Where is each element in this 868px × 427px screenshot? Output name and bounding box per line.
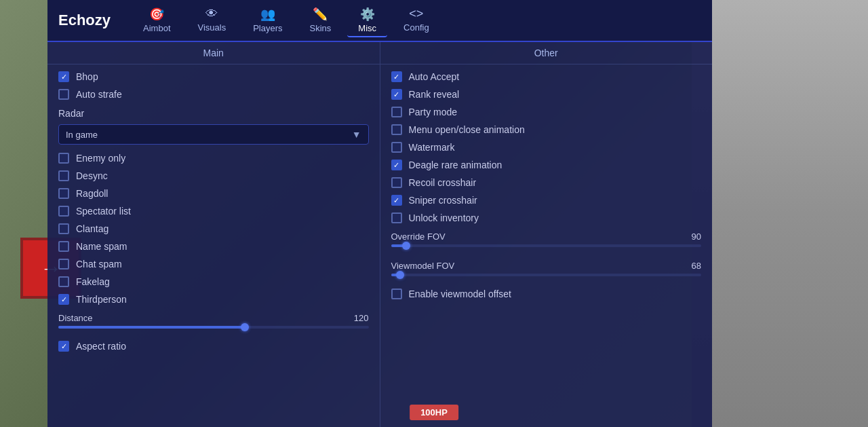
item-sniper-crosshair[interactable]: Sniper crosshair [391,193,702,207]
checkbox-deagle-animation[interactable] [391,160,402,170]
viewmodel-fov-track[interactable] [391,274,702,276]
checkbox-rank-reveal[interactable] [391,89,402,100]
visuals-icon: 👁 [205,7,218,21]
checkbox-chat-spam[interactable] [58,259,69,270]
checkbox-ragdoll[interactable] [58,188,69,199]
item-enemy-only[interactable]: Enemy only [58,151,369,165]
section-other-body: Auto Accept Rank reveal Party mode Menu … [380,64,713,427]
item-clantag[interactable]: Clantag [58,222,369,236]
header: Echozy 🎯 Aimbot 👁 Visuals 👥 Players ✏️ S… [47,0,712,42]
checkbox-party-mode[interactable] [391,107,402,117]
item-ragdoll[interactable]: Ragdoll [58,187,369,200]
viewmodel-fov-section: Viewmodel FOV 68 [391,261,702,283]
item-chat-spam[interactable]: Chat spam [58,257,369,271]
item-auto-accept[interactable]: Auto Accept [391,70,702,83]
item-watermark[interactable]: Watermark [391,141,702,154]
radar-label: Radar [58,107,369,120]
distance-slider-thumb[interactable] [241,323,249,331]
hp-bar: 100HP [410,405,458,420]
item-spectator-list[interactable]: Spectator list [58,204,369,218]
override-fov-thumb[interactable] [402,242,410,250]
checkbox-enable-viewmodel[interactable] [391,289,402,299]
viewmodel-fov-header: Viewmodel FOV 68 [391,261,702,271]
item-deagle-animation[interactable]: Deagle rare animation [391,158,702,172]
config-icon: <> [409,7,423,21]
tab-visuals[interactable]: 👁 Visuals [187,4,237,37]
override-fov-header: Override FOV 90 [391,231,702,242]
section-main-header: Main [47,42,380,64]
tab-skins[interactable]: ✏️ Skins [299,4,342,37]
radar-dropdown[interactable]: In game ▼ [58,124,369,145]
section-main-body: Bhop Auto strafe Radar In game ▼ Enemy o… [47,64,380,427]
section-other-header: Other [380,42,713,64]
checkbox-bhop[interactable] [58,71,69,82]
dropdown-arrow-icon: ▼ [352,129,361,140]
distance-slider-fill [58,326,245,329]
checkbox-enemy-only[interactable] [58,153,69,164]
aimbot-icon: 🎯 [149,7,164,22]
checkbox-auto-strafe[interactable] [58,89,69,100]
item-unlock-inventory[interactable]: Unlock inventory [391,211,702,225]
checkbox-auto-accept[interactable] [391,71,402,82]
checkbox-desync[interactable] [58,170,69,181]
content-area: Main Bhop Auto strafe Radar In game ▼ [47,42,712,427]
viewmodel-fov-thumb[interactable] [396,271,404,279]
main-panel: Echozy 🎯 Aimbot 👁 Visuals 👥 Players ✏️ S… [47,0,712,427]
override-fov-track[interactable] [391,244,702,247]
distance-slider-section: Distance 120 [58,313,369,335]
item-menu-animation[interactable]: Menu open/close animation [391,123,702,136]
item-enable-viewmodel[interactable]: Enable viewmodel offset [391,287,702,301]
tab-misc[interactable]: ⚙️ Misc [347,4,387,37]
misc-icon: ⚙️ [360,7,375,22]
item-thirdperson[interactable]: Thirdperson [58,293,369,306]
checkbox-sniper-crosshair[interactable] [391,195,402,206]
logo: Echozy [58,12,111,29]
tab-players[interactable]: 👥 Players [242,4,293,37]
checkbox-clantag[interactable] [58,223,69,234]
checkbox-name-spam[interactable] [58,241,69,252]
checkbox-thirdperson[interactable] [58,294,69,305]
item-aspect-ratio[interactable]: Aspect ratio [58,339,369,353]
item-rank-reveal[interactable]: Rank reveal [391,88,702,101]
checkbox-unlock-inventory[interactable] [391,212,402,223]
item-bhop[interactable]: Bhop [58,70,369,83]
nav-tabs: 🎯 Aimbot 👁 Visuals 👥 Players ✏️ Skins ⚙️… [132,4,701,37]
section-other: Other Auto Accept Rank reveal Party mode… [380,42,713,427]
item-name-spam[interactable]: Name spam [58,240,369,253]
item-recoil-crosshair[interactable]: Recoil crosshair [391,176,702,189]
players-icon: 👥 [260,7,275,22]
skins-icon: ✏️ [313,7,328,22]
item-auto-strafe[interactable]: Auto strafe [58,88,369,101]
checkbox-recoil-crosshair[interactable] [391,177,402,188]
tab-aimbot[interactable]: 🎯 Aimbot [132,4,181,37]
checkbox-aspect-ratio[interactable] [58,341,69,352]
checkbox-fakelag[interactable] [58,276,69,287]
checkbox-watermark[interactable] [391,142,402,153]
distance-slider-track[interactable] [58,326,369,329]
checkbox-menu-animation[interactable] [391,124,402,135]
item-desync[interactable]: Desync [58,169,369,183]
section-main: Main Bhop Auto strafe Radar In game ▼ [47,42,380,427]
item-party-mode[interactable]: Party mode [391,105,702,119]
checkbox-spectator-list[interactable] [58,206,69,217]
distance-slider-header: Distance 120 [58,313,369,323]
item-fakelag[interactable]: Fakelag [58,275,369,289]
tab-config[interactable]: <> Config [393,4,440,37]
override-fov-section: Override FOV 90 [391,231,702,254]
